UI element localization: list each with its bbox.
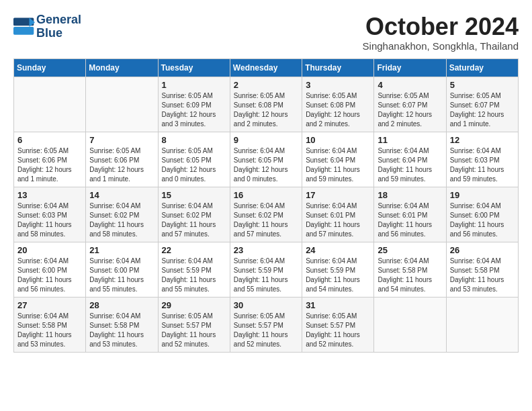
calendar-header-row: SundayMondayTuesdayWednesdayThursdayFrid… (14, 58, 519, 77)
weekday-header-thursday: Thursday (302, 58, 374, 77)
day-info: Sunrise: 6:04 AM Sunset: 6:04 PM Dayligh… (306, 146, 370, 184)
day-info: Sunrise: 6:04 AM Sunset: 5:58 PM Dayligh… (17, 312, 82, 349)
day-info: Sunrise: 6:04 AM Sunset: 6:00 PM Dayligh… (89, 257, 154, 294)
calendar-cell: 17Sunrise: 6:04 AM Sunset: 6:01 PM Dayli… (302, 187, 374, 242)
day-number: 3 (306, 80, 370, 90)
day-info: Sunrise: 6:04 AM Sunset: 6:02 PM Dayligh… (162, 201, 226, 239)
day-info: Sunrise: 6:05 AM Sunset: 6:08 PM Dayligh… (306, 91, 370, 129)
calendar-cell: 14Sunrise: 6:04 AM Sunset: 6:02 PM Dayli… (86, 187, 158, 242)
calendar-cell (446, 297, 518, 352)
calendar-cell: 30Sunrise: 6:05 AM Sunset: 5:57 PM Dayli… (230, 297, 302, 352)
calendar-cell: 21Sunrise: 6:04 AM Sunset: 6:00 PM Dayli… (86, 242, 158, 297)
day-number: 13 (17, 190, 82, 200)
day-info: Sunrise: 6:05 AM Sunset: 6:06 PM Dayligh… (17, 146, 82, 184)
calendar-cell: 26Sunrise: 6:04 AM Sunset: 5:58 PM Dayli… (446, 242, 518, 297)
day-info: Sunrise: 6:04 AM Sunset: 6:01 PM Dayligh… (306, 201, 370, 239)
calendar-table: SundayMondayTuesdayWednesdayThursdayFrid… (13, 58, 519, 353)
day-number: 11 (378, 135, 442, 145)
day-number: 1 (162, 80, 226, 90)
calendar-week-row: 1Sunrise: 6:05 AM Sunset: 6:09 PM Daylig… (14, 77, 519, 132)
day-info: Sunrise: 6:05 AM Sunset: 5:57 PM Dayligh… (162, 312, 226, 349)
weekday-header-monday: Monday (86, 58, 158, 77)
calendar-cell (14, 77, 86, 132)
calendar-cell: 2Sunrise: 6:05 AM Sunset: 6:08 PM Daylig… (230, 77, 302, 132)
day-number: 22 (162, 245, 226, 255)
day-info: Sunrise: 6:04 AM Sunset: 5:59 PM Dayligh… (234, 257, 298, 294)
day-number: 27 (17, 300, 82, 310)
calendar-cell: 22Sunrise: 6:04 AM Sunset: 5:59 PM Dayli… (158, 242, 230, 297)
calendar-cell: 15Sunrise: 6:04 AM Sunset: 6:02 PM Dayli… (158, 187, 230, 242)
calendar-cell: 11Sunrise: 6:04 AM Sunset: 6:04 PM Dayli… (374, 132, 446, 187)
day-number: 23 (234, 245, 298, 255)
day-info: Sunrise: 6:05 AM Sunset: 6:07 PM Dayligh… (450, 91, 515, 129)
calendar-cell: 6Sunrise: 6:05 AM Sunset: 6:06 PM Daylig… (14, 132, 86, 187)
day-info: Sunrise: 6:04 AM Sunset: 6:03 PM Dayligh… (450, 146, 515, 184)
day-number: 4 (378, 80, 442, 90)
calendar-cell (374, 297, 446, 352)
day-info: Sunrise: 6:05 AM Sunset: 6:06 PM Dayligh… (89, 146, 154, 184)
calendar-cell: 4Sunrise: 6:05 AM Sunset: 6:07 PM Daylig… (374, 77, 446, 132)
logo-text: General Blue (36, 13, 81, 40)
logo-line1: General (36, 13, 81, 27)
day-number: 26 (450, 245, 515, 255)
day-info: Sunrise: 6:05 AM Sunset: 5:57 PM Dayligh… (234, 312, 298, 349)
calendar-cell (86, 77, 158, 132)
logo-icon (13, 17, 35, 36)
day-number: 5 (450, 80, 515, 90)
calendar-cell: 27Sunrise: 6:04 AM Sunset: 5:58 PM Dayli… (14, 297, 86, 352)
calendar-cell: 8Sunrise: 6:05 AM Sunset: 6:05 PM Daylig… (158, 132, 230, 187)
day-info: Sunrise: 6:04 AM Sunset: 6:05 PM Dayligh… (234, 146, 298, 184)
day-info: Sunrise: 6:04 AM Sunset: 6:02 PM Dayligh… (234, 201, 298, 239)
calendar-cell: 28Sunrise: 6:04 AM Sunset: 5:58 PM Dayli… (86, 297, 158, 352)
calendar-cell: 16Sunrise: 6:04 AM Sunset: 6:02 PM Dayli… (230, 187, 302, 242)
calendar-week-row: 27Sunrise: 6:04 AM Sunset: 5:58 PM Dayli… (14, 297, 519, 352)
page-header: General Blue October 2024 Singhanakhon, … (13, 13, 519, 52)
weekday-header-wednesday: Wednesday (230, 58, 302, 77)
calendar-week-row: 6Sunrise: 6:05 AM Sunset: 6:06 PM Daylig… (14, 132, 519, 187)
day-info: Sunrise: 6:05 AM Sunset: 6:08 PM Dayligh… (234, 91, 298, 129)
location-subtitle: Singhanakhon, Songkhla, Thailand (363, 40, 519, 52)
calendar-cell: 7Sunrise: 6:05 AM Sunset: 6:06 PM Daylig… (86, 132, 158, 187)
day-info: Sunrise: 6:04 AM Sunset: 6:00 PM Dayligh… (17, 257, 82, 294)
calendar-cell: 19Sunrise: 6:04 AM Sunset: 6:00 PM Dayli… (446, 187, 518, 242)
day-number: 28 (89, 300, 154, 310)
logo-line2: Blue (36, 27, 81, 40)
calendar-cell: 3Sunrise: 6:05 AM Sunset: 6:08 PM Daylig… (302, 77, 374, 132)
day-number: 8 (162, 135, 226, 145)
day-info: Sunrise: 6:04 AM Sunset: 6:02 PM Dayligh… (89, 201, 154, 239)
day-number: 25 (378, 245, 442, 255)
day-number: 14 (89, 190, 154, 200)
day-number: 9 (234, 135, 298, 145)
day-number: 10 (306, 135, 370, 145)
day-info: Sunrise: 6:04 AM Sunset: 5:58 PM Dayligh… (89, 312, 154, 349)
logo: General Blue (13, 13, 81, 40)
weekday-header-sunday: Sunday (14, 58, 86, 77)
calendar-cell: 18Sunrise: 6:04 AM Sunset: 6:01 PM Dayli… (374, 187, 446, 242)
day-number: 21 (89, 245, 154, 255)
day-info: Sunrise: 6:05 AM Sunset: 5:57 PM Dayligh… (306, 312, 370, 349)
month-title: October 2024 (363, 13, 519, 40)
calendar-cell: 20Sunrise: 6:04 AM Sunset: 6:00 PM Dayli… (14, 242, 86, 297)
day-number: 7 (89, 135, 154, 145)
day-number: 20 (17, 245, 82, 255)
calendar-cell: 12Sunrise: 6:04 AM Sunset: 6:03 PM Dayli… (446, 132, 518, 187)
calendar-cell: 24Sunrise: 6:04 AM Sunset: 5:59 PM Dayli… (302, 242, 374, 297)
day-number: 6 (17, 135, 82, 145)
day-number: 31 (306, 300, 370, 310)
day-info: Sunrise: 6:04 AM Sunset: 6:00 PM Dayligh… (450, 201, 515, 239)
day-number: 12 (450, 135, 515, 145)
calendar-cell: 13Sunrise: 6:04 AM Sunset: 6:03 PM Dayli… (14, 187, 86, 242)
day-info: Sunrise: 6:05 AM Sunset: 6:09 PM Dayligh… (162, 91, 226, 129)
day-info: Sunrise: 6:04 AM Sunset: 5:59 PM Dayligh… (162, 257, 226, 294)
title-section: October 2024 Singhanakhon, Songkhla, Tha… (363, 13, 519, 52)
calendar-cell: 9Sunrise: 6:04 AM Sunset: 6:05 PM Daylig… (230, 132, 302, 187)
day-info: Sunrise: 6:04 AM Sunset: 5:58 PM Dayligh… (378, 257, 442, 294)
day-info: Sunrise: 6:04 AM Sunset: 6:01 PM Dayligh… (378, 201, 442, 239)
calendar-cell: 5Sunrise: 6:05 AM Sunset: 6:07 PM Daylig… (446, 77, 518, 132)
day-number: 17 (306, 190, 370, 200)
day-number: 30 (234, 300, 298, 310)
day-number: 16 (234, 190, 298, 200)
day-number: 29 (162, 300, 226, 310)
calendar-cell: 31Sunrise: 6:05 AM Sunset: 5:57 PM Dayli… (302, 297, 374, 352)
day-info: Sunrise: 6:04 AM Sunset: 5:58 PM Dayligh… (450, 257, 515, 294)
